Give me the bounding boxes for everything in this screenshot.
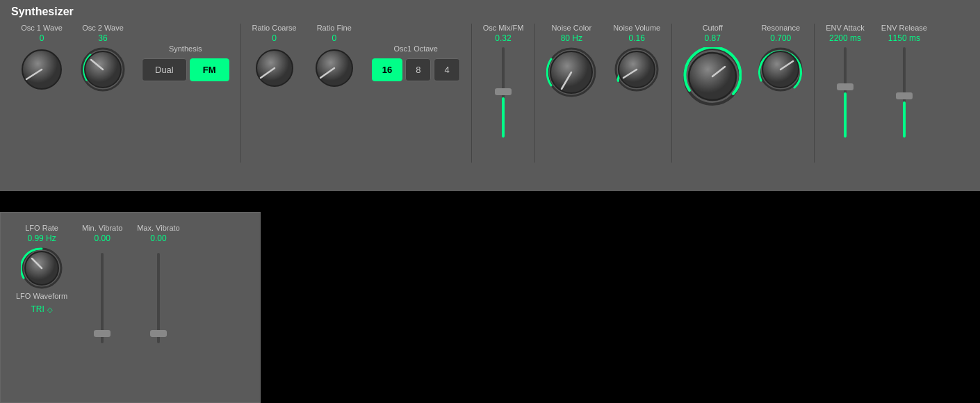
app-title: Synthesizer: [11, 6, 969, 18]
ratio-coarse-value: 0: [272, 33, 277, 43]
oct-16-button[interactable]: 16: [372, 58, 402, 81]
octave-btn-group: 16 8 4: [372, 58, 460, 81]
cutoff-group: Cutoff 0.87: [675, 24, 750, 106]
divider-2: [471, 24, 472, 163]
max-vibrato-label: Max. Vibrato: [137, 224, 180, 232]
divider-3: [534, 24, 535, 163]
resonance-knob[interactable]: [758, 47, 803, 92]
lfo-waveform-row: LFO Waveform: [16, 292, 67, 302]
cutoff-label: Cutoff: [703, 24, 723, 32]
min-vibrato-slider[interactable]: [101, 253, 104, 343]
ratio-fine-knob[interactable]: [313, 47, 355, 89]
env-release-group: ENV Release 1150 ms: [873, 24, 936, 138]
bottom-controls-row: LFO Rate 0.99 Hz: [9, 224, 252, 343]
oct-8-button[interactable]: 8: [405, 58, 431, 81]
max-vibrato-group: Max. Vibrato 0.00: [130, 224, 187, 343]
min-vibrato-value: 0.00: [94, 233, 110, 243]
controls-row: Osc 1 Wave 0 Osc 2 Wave 36: [11, 24, 969, 163]
divider-4: [671, 24, 672, 163]
env-attack-group: ENV Attack 2200 ms: [817, 24, 873, 138]
lfo-rate-group: LFO Rate 0.99 Hz: [9, 224, 74, 314]
osc1-wave-value: 0: [40, 33, 44, 43]
env-attack-slider[interactable]: [844, 47, 847, 138]
noise-volume-knob[interactable]: [614, 47, 659, 92]
env-release-value: 1150 ms: [888, 33, 920, 43]
synthesis-btn-group: Dual FM: [142, 58, 229, 81]
lfo-waveform-value[interactable]: TRI: [31, 304, 44, 314]
osc2-wave-value: 36: [98, 33, 107, 43]
noise-volume-value: 0.16: [629, 33, 645, 43]
resonance-label: Resonance: [761, 24, 800, 32]
bottom-panel: LFO Rate 0.99 Hz: [0, 212, 261, 403]
ratio-fine-group: Ratio Fine 0: [305, 24, 364, 89]
osc-mix-fm-group: Osc Mix/FM 0.32: [475, 24, 532, 138]
ratio-coarse-group: Ratio Coarse 0: [244, 24, 305, 89]
ratio-coarse-label: Ratio Coarse: [252, 24, 297, 32]
max-vibrato-value: 0.00: [150, 233, 166, 243]
osc1-octave-label: Osc1 Octave: [393, 44, 438, 53]
osc-mix-fm-slider[interactable]: [502, 47, 505, 138]
cutoff-value: 0.87: [705, 33, 721, 43]
ratio-coarse-knob[interactable]: [254, 47, 295, 89]
noise-color-knob[interactable]: [546, 47, 596, 97]
lfo-rate-knob[interactable]: [21, 247, 63, 289]
noise-color-label: Noise Color: [552, 24, 591, 32]
top-panel: Synthesizer Osc 1 Wave 0: [0, 0, 980, 191]
resonance-group: Resonance 0.700: [750, 24, 811, 92]
lfo-rate-value: 0.99 Hz: [27, 233, 56, 243]
ratio-fine-value: 0: [332, 33, 336, 43]
osc2-wave-knob[interactable]: [81, 47, 125, 92]
noise-color-group: Noise Color 80 Hz: [538, 24, 605, 97]
gap: [0, 191, 980, 212]
divider-1: [240, 24, 241, 163]
chevron-down-icon[interactable]: ◇: [47, 306, 53, 313]
osc-mix-fm-value: 0.32: [495, 33, 511, 43]
env-attack-value: 2200 ms: [829, 33, 861, 43]
dual-button[interactable]: Dual: [142, 58, 187, 81]
ratio-fine-label: Ratio Fine: [317, 24, 352, 32]
min-vibrato-group: Min. Vibrato 0.00: [74, 224, 130, 343]
resonance-value: 0.700: [770, 33, 791, 43]
osc-mix-fm-label: Osc Mix/FM: [483, 24, 524, 32]
env-release-slider[interactable]: [903, 47, 906, 138]
osc1-wave-knob[interactable]: [19, 47, 64, 92]
max-vibrato-slider[interactable]: [157, 253, 160, 343]
env-release-label: ENV Release: [881, 24, 927, 32]
osc1-wave-group: Osc 1 Wave 0: [11, 24, 72, 92]
noise-volume-label: Noise Volume: [613, 24, 660, 32]
synthesis-group: Synthesis Dual FM: [133, 44, 238, 81]
env-attack-label: ENV Attack: [826, 24, 865, 32]
osc2-wave-label: Osc 2 Wave: [82, 24, 124, 32]
lfo-waveform-label: LFO Waveform: [16, 292, 67, 300]
fm-button[interactable]: FM: [190, 58, 229, 81]
noise-volume-group: Noise Volume 0.16: [605, 24, 669, 92]
synthesis-label: Synthesis: [169, 44, 202, 53]
osc1-octave-group: Osc1 Octave 16 8 4: [364, 44, 468, 81]
min-vibrato-label: Min. Vibrato: [82, 224, 123, 232]
noise-color-value: 80 Hz: [561, 33, 582, 43]
oct-4-button[interactable]: 4: [434, 58, 459, 81]
osc1-wave-label: Osc 1 Wave: [21, 24, 63, 32]
lfo-rate-label: LFO Rate: [25, 224, 58, 232]
divider-5: [814, 24, 815, 163]
lfo-waveform-value-row[interactable]: TRI ◇: [31, 304, 52, 314]
osc2-wave-group: Osc 2 Wave 36: [72, 24, 133, 92]
cutoff-knob[interactable]: [683, 47, 742, 106]
